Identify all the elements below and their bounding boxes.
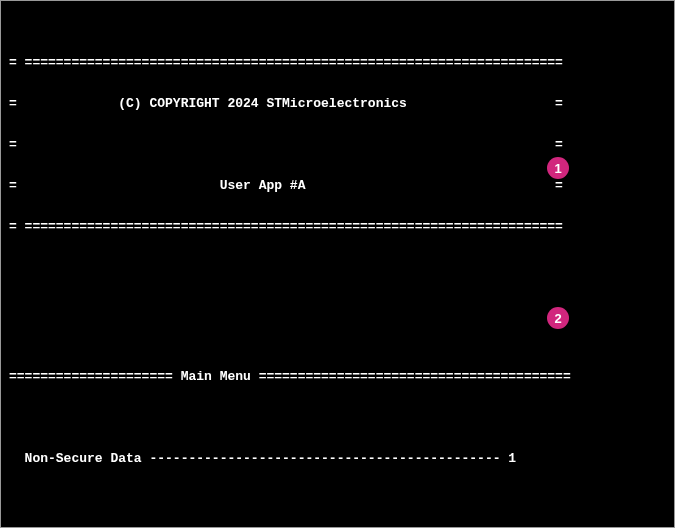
spacer <box>9 411 666 425</box>
callout-number: 2 <box>554 312 561 325</box>
header-app-title: = User App #A = <box>9 179 666 193</box>
callout-number: 1 <box>554 162 561 175</box>
callout-badge-2: 2 <box>547 307 569 329</box>
header-border-bottom: = ======================================… <box>9 220 666 234</box>
spacer <box>9 492 666 506</box>
callout-badge-1: 1 <box>547 157 569 179</box>
header-border-top: = ======================================… <box>9 56 666 70</box>
header-blank: = = <box>9 138 666 152</box>
main-menu-item-1[interactable]: Non-Secure Data ------------------------… <box>9 452 666 466</box>
header-copyright: = (C) COPYRIGHT 2024 STMicroelectronics … <box>9 97 666 111</box>
terminal-window: = ======================================… <box>0 0 675 528</box>
main-menu-title: ===================== Main Menu ========… <box>9 370 666 384</box>
spacer <box>9 274 666 288</box>
